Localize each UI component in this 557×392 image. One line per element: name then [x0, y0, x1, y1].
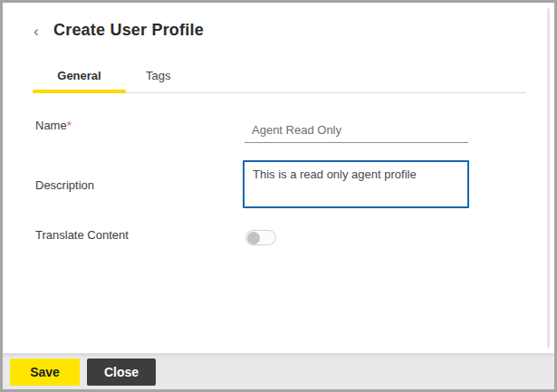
toggle-knob-icon: [247, 232, 260, 244]
tab-tags-label: Tags: [146, 69, 170, 82]
translate-content-label: Translate Content: [35, 228, 129, 242]
back-chevron-icon: ‹: [34, 23, 39, 40]
name-label: Name*: [35, 119, 72, 132]
translate-content-toggle[interactable]: [245, 230, 276, 245]
save-button[interactable]: Save: [10, 359, 80, 386]
scrollbar-track[interactable]: [547, 8, 550, 348]
back-button[interactable]: ‹: [34, 22, 50, 42]
description-label: Description: [35, 178, 94, 192]
name-input[interactable]: [245, 121, 468, 143]
create-user-profile-panel: ‹ Create User Profile General Tags Name*…: [0, 0, 557, 392]
page-title: Create User Profile: [53, 21, 204, 40]
footer-bar: Save Close: [3, 353, 554, 389]
tab-general-label: General: [57, 69, 101, 82]
close-button[interactable]: Close: [87, 359, 156, 386]
tab-tags[interactable]: Tags: [146, 68, 200, 84]
tab-general[interactable]: General: [33, 68, 126, 84]
description-textarea[interactable]: This is a read only agent profile: [243, 160, 469, 208]
active-tab-indicator: [33, 90, 126, 93]
required-marker: *: [67, 119, 72, 132]
